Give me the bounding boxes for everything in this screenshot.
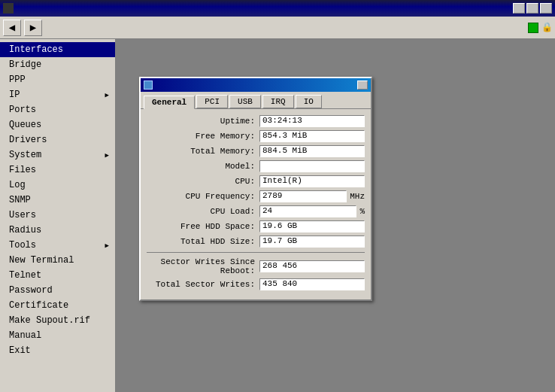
sidebar-item-label: Log xyxy=(9,180,26,190)
dialog-title-left xyxy=(144,81,156,90)
close-button[interactable] xyxy=(540,3,552,14)
field-value[interactable] xyxy=(259,160,365,172)
field-row: Free HDD Space:19.6 GB xyxy=(147,220,365,232)
field-value[interactable]: 854.3 MiB xyxy=(259,130,365,142)
sidebar-item-tools[interactable]: Tools▶ xyxy=(0,238,115,253)
title-bar xyxy=(0,0,555,17)
back-icon: ◀ xyxy=(9,21,15,34)
sidebar-item-users[interactable]: Users xyxy=(0,208,115,223)
sidebar-item-label: Drivers xyxy=(9,135,47,145)
dialog-tabs: GeneralPCIUSBIRQIO xyxy=(141,92,371,108)
sidebar-item-queues[interactable]: Queues xyxy=(0,117,115,132)
sidebar: InterfacesBridgePPPIP▶PortsQueuesDrivers… xyxy=(0,39,117,392)
sidebar-item-telnet[interactable]: Telnet xyxy=(0,268,115,283)
field-value[interactable]: 03:24:13 xyxy=(259,115,365,127)
sidebar-arrow-icon: ▶ xyxy=(105,242,109,250)
field-label: Model: xyxy=(147,162,259,171)
sidebar-item-manual[interactable]: Manual xyxy=(0,328,115,343)
field-value[interactable]: 268 456 xyxy=(259,260,365,272)
dialog-tab-usb[interactable]: USB xyxy=(229,95,261,108)
field-value-container: 03:24:13 xyxy=(259,115,365,127)
sidebar-item-system[interactable]: System▶ xyxy=(0,147,115,163)
sidebar-item-label: Ports xyxy=(9,105,36,115)
sidebar-item-drivers[interactable]: Drivers xyxy=(0,132,115,147)
back-button[interactable]: ◀ xyxy=(3,20,21,36)
dialog-close-button[interactable] xyxy=(357,81,368,90)
sidebar-item-password[interactable]: Password xyxy=(0,283,115,298)
field-value-container: 884.5 MiB xyxy=(259,145,365,157)
sidebar-item-ip[interactable]: IP▶ xyxy=(0,87,115,102)
field-value[interactable]: 2789 xyxy=(259,190,347,202)
field-label: Free Memory: xyxy=(147,132,259,141)
field-value[interactable]: Intel(R) xyxy=(259,175,365,187)
sidebar-item-ports[interactable]: Ports xyxy=(0,102,115,117)
content-area: GeneralPCIUSBIRQIO Uptime:03:24:13Free M… xyxy=(117,39,555,392)
field-row: CPU Frequency:2789MHz xyxy=(147,190,365,202)
sidebar-item-make-supout.rif[interactable]: Make Supout.rif xyxy=(0,313,115,328)
field-value[interactable]: 24 xyxy=(259,205,356,217)
main-layout: InterfacesBridgePPPIP▶PortsQueuesDrivers… xyxy=(0,39,555,392)
field-row: Total HDD Size:19.7 GB xyxy=(147,236,365,248)
field-value[interactable]: 884.5 MiB xyxy=(259,145,365,157)
field-value-container: 24% xyxy=(259,205,365,217)
forward-button[interactable]: ▶ xyxy=(24,20,42,36)
field-label: Total Sector Writes: xyxy=(147,280,259,289)
field-label: Uptime: xyxy=(147,117,259,126)
sidebar-item-snmp[interactable]: SNMP xyxy=(0,193,115,208)
minimize-button[interactable] xyxy=(513,3,525,14)
lock-icon: 🔒 xyxy=(541,23,552,33)
field-label: CPU: xyxy=(147,177,259,186)
field-value[interactable]: 19.7 GB xyxy=(259,236,365,248)
sidebar-item-interfaces[interactable]: Interfaces xyxy=(0,42,115,57)
dialog-title-bar xyxy=(141,78,371,92)
field-value-container: 268 456 xyxy=(259,260,365,272)
field-label: Total Memory: xyxy=(147,147,259,156)
sidebar-arrow-icon: ▶ xyxy=(105,151,109,160)
sidebar-item-radius[interactable]: Radius xyxy=(0,223,115,238)
cpu-indicator: 🔒 xyxy=(525,23,552,33)
sidebar-item-label: Exit xyxy=(9,345,31,356)
sidebar-item-bridge[interactable]: Bridge xyxy=(0,57,115,72)
field-row: CPU:Intel(R) xyxy=(147,175,365,187)
field-value[interactable]: 435 840 xyxy=(259,278,365,290)
sidebar-item-certificate[interactable]: Certificate xyxy=(0,298,115,313)
field-unit: % xyxy=(359,207,365,216)
sidebar-item-label: Files xyxy=(9,165,36,175)
field-value-container: 2789MHz xyxy=(259,190,365,202)
field-unit: MHz xyxy=(350,192,365,201)
sidebar-item-label: PPP xyxy=(9,74,26,85)
sidebar-item-label: Certificate xyxy=(9,300,68,311)
field-row: CPU Load:24% xyxy=(147,205,365,217)
sidebar-item-label: Telnet xyxy=(9,270,41,281)
field-value-container: 854.3 MiB xyxy=(259,130,365,142)
sidebar-item-ppp[interactable]: PPP xyxy=(0,72,115,87)
sidebar-item-new-terminal[interactable]: New Terminal xyxy=(0,253,115,268)
sidebar-item-label: Radius xyxy=(9,225,41,236)
sidebar-item-label: New Terminal xyxy=(9,255,74,266)
sidebar-item-log[interactable]: Log xyxy=(0,178,115,193)
dialog-tab-general[interactable]: General xyxy=(144,96,195,109)
field-value[interactable]: 19.6 GB xyxy=(259,220,365,232)
field-row: Uptime:03:24:13 xyxy=(147,115,365,127)
forward-icon: ▶ xyxy=(30,21,36,34)
field-row: Free Memory:854.3 MiB xyxy=(147,130,365,142)
field-separator xyxy=(147,252,365,253)
sidebar-item-label: SNMP xyxy=(9,195,31,205)
title-bar-buttons xyxy=(513,3,552,14)
sidebar-item-files[interactable]: Files xyxy=(0,163,115,178)
field-row: Sector Writes Since Reboot:268 456 xyxy=(147,257,365,275)
field-value-container xyxy=(259,160,365,172)
maximize-button[interactable] xyxy=(526,3,538,14)
resources-dialog: GeneralPCIUSBIRQIO Uptime:03:24:13Free M… xyxy=(139,77,372,301)
dialog-tab-pci[interactable]: PCI xyxy=(196,95,228,108)
dialog-tab-io[interactable]: IO xyxy=(296,95,322,108)
sidebar-item-exit[interactable]: Exit xyxy=(0,343,115,358)
sidebar-item-label: Queues xyxy=(9,120,41,130)
sidebar-item-label: Bridge xyxy=(9,59,41,70)
field-label: CPU Load: xyxy=(147,207,259,216)
field-label: Free HDD Space: xyxy=(147,222,259,231)
field-value-container: Intel(R) xyxy=(259,175,365,187)
dialog-tab-irq[interactable]: IRQ xyxy=(262,95,294,108)
app-icon xyxy=(3,3,14,14)
field-label: Total HDD Size: xyxy=(147,237,259,246)
